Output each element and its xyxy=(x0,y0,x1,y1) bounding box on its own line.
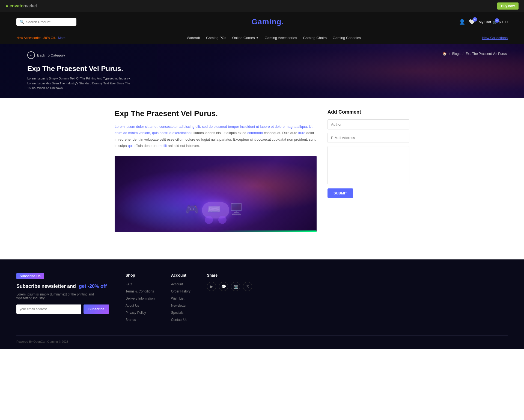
list-item: Privacy Policy xyxy=(126,310,155,315)
comment-textarea[interactable] xyxy=(327,146,409,184)
top-bar: ● envatomarket Buy now xyxy=(0,0,524,12)
site-title-text: Gaming xyxy=(251,17,281,26)
footer-link-about[interactable]: About Us xyxy=(126,304,139,307)
twitter-icon[interactable]: 𝕏 xyxy=(243,282,252,291)
footer-link-specials[interactable]: Specials xyxy=(171,311,183,315)
wishlist-badge: 0 xyxy=(473,17,477,22)
promo-text: New Accessories -30% Off. More xyxy=(16,36,66,40)
article-link3[interactable]: irure xyxy=(298,131,305,135)
footer-link-faq[interactable]: FAQ xyxy=(126,282,132,286)
article-link2[interactable]: commodo xyxy=(247,131,263,135)
youtube-icon[interactable]: ▶ xyxy=(207,282,216,291)
cart-label: My Cart xyxy=(479,20,491,24)
footer-link-order-history[interactable]: Order History xyxy=(171,289,190,293)
email-input[interactable] xyxy=(327,133,409,143)
logo: ● envatomarket xyxy=(5,3,37,9)
article-image xyxy=(115,156,317,232)
nav-link-warcraft[interactable]: Warcraft xyxy=(187,36,200,40)
nav-link-online-games[interactable]: Online Games ▼ xyxy=(232,36,259,40)
back-to-category-button[interactable]: ← Back To Category xyxy=(27,51,131,59)
site-title: Gaming. xyxy=(251,17,284,26)
search-input[interactable] xyxy=(26,20,73,24)
message-icon[interactable]: 💬 xyxy=(219,282,228,291)
list-item: FAQ xyxy=(126,282,155,286)
list-item: Contact Us xyxy=(171,317,190,322)
footer-account-title: Account xyxy=(171,273,190,277)
breadcrumb-blogs[interactable]: Blogs xyxy=(452,52,460,56)
main-area: Exp The Praesent Vel Purus. Lorem ipsum … xyxy=(0,98,524,243)
article-section: Exp The Praesent Vel Purus. Lorem ipsum … xyxy=(115,109,317,232)
nav-link-gaming-consoles[interactable]: Gaming Consoles xyxy=(333,36,361,40)
footer-link-terms[interactable]: Terms & Conditions xyxy=(126,289,154,293)
cart-icon: 🛒 0 xyxy=(493,20,497,24)
copyright-text: Powered By OpenCart Gaming © 2023 xyxy=(16,340,68,343)
newsletter-section: Subscribe Us Subscribe newsletter and ge… xyxy=(16,273,109,324)
footer-link-wish-list[interactable]: Wish List xyxy=(171,297,184,300)
list-item: Terms & Conditions xyxy=(126,289,155,293)
footer-account-list: Account Order History Wish List Newslett… xyxy=(171,282,190,322)
footer-columns: Shop FAQ Terms & Conditions Delivery Inf… xyxy=(126,273,508,324)
footer-top: Subscribe Us Subscribe newsletter and ge… xyxy=(16,273,508,324)
author-input[interactable] xyxy=(327,119,409,129)
promo-more-link[interactable]: More xyxy=(58,36,66,40)
submit-button[interactable]: SUBMIT xyxy=(327,188,353,198)
list-item: Delivery Information xyxy=(126,296,155,300)
cart-button[interactable]: My Cart 🛒 0 $0.00 xyxy=(479,20,508,24)
search-icon: 🔍 xyxy=(20,20,24,24)
hero-banner: ← Back To Category Exp The Praesent Vel … xyxy=(0,44,524,98)
nav-link-gaming-accessories[interactable]: Gaming Accessories xyxy=(265,36,297,40)
footer-col-account: Account Account Order History Wish List … xyxy=(171,273,190,324)
breadcrumb: 🏠 / Blogs / Exp The Praesent Vel Purus. xyxy=(443,52,508,56)
newsletter-title: Subscribe newsletter and get -20% off xyxy=(16,283,109,289)
footer-link-newsletter[interactable]: Newsletter xyxy=(171,304,187,307)
nav-link-gaming-pcs[interactable]: Gaming PCs xyxy=(206,36,226,40)
breadcrumb-home-icon[interactable]: 🏠 xyxy=(443,52,447,56)
newsletter-desc: Lorem Ipsum is simply dummy text of the … xyxy=(16,292,109,300)
footer-link-account[interactable]: Account xyxy=(171,282,183,286)
nav-link-gaming-chairs[interactable]: Gaming Chairs xyxy=(303,36,327,40)
wishlist-icon[interactable]: 🤍 0 xyxy=(469,19,475,25)
new-collections-link[interactable]: New Collections xyxy=(482,36,508,40)
newsletter-email-input[interactable] xyxy=(16,304,81,314)
promo-label: New Accessories -30% Off. xyxy=(16,36,56,40)
header-actions: 👤 🤍 0 My Cart 🛒 0 $0.00 xyxy=(459,19,508,25)
header: 🔍 Gaming. 👤 🤍 0 My Cart 🛒 0 $0.00 xyxy=(0,12,524,32)
nav-links: Warcraft Gaming PCs Online Games ▼ Gamin… xyxy=(187,36,361,40)
hero-title: Exp The Praesent Vel Purus. xyxy=(27,64,131,73)
footer-link-privacy[interactable]: Privacy Policy xyxy=(126,311,146,315)
footer-shop-list: FAQ Terms & Conditions Delivery Informat… xyxy=(126,282,155,322)
footer-link-brands[interactable]: Brands xyxy=(126,318,136,322)
list-item: Order History xyxy=(171,289,190,293)
list-item: Account xyxy=(171,282,190,286)
main-content: Exp The Praesent Vel Purus. Lorem ipsum … xyxy=(98,98,426,243)
article-link5[interactable]: mollit xyxy=(159,144,167,148)
buy-now-button[interactable]: Buy now xyxy=(497,2,519,10)
breadcrumb-sep1: / xyxy=(449,52,450,56)
footer-link-delivery[interactable]: Delivery Information xyxy=(126,297,155,300)
footer: Subscribe Us Subscribe newsletter and ge… xyxy=(0,259,524,349)
newsletter-form: Subscribe xyxy=(16,304,109,314)
article-body-text5: officia deserunt xyxy=(133,144,159,148)
newsletter-subscribe-button[interactable]: Subscribe xyxy=(84,304,109,314)
back-label: Back To Category xyxy=(37,53,65,57)
user-icon[interactable]: 👤 xyxy=(459,19,465,25)
hero-content: ← Back To Category Exp The Praesent Vel … xyxy=(0,51,131,91)
article-link1[interactable]: exercitation xyxy=(172,131,190,135)
instagram-icon[interactable]: 📷 xyxy=(231,282,240,291)
breadcrumb-sep2: / xyxy=(463,52,463,56)
list-item: Brands xyxy=(126,317,155,322)
navigation: New Accessories -30% Off. More Warcraft … xyxy=(0,32,524,44)
article-body-text6: anim id est laborum. xyxy=(168,144,200,148)
cart-badge: 0 xyxy=(495,18,499,23)
article-body-text3: consequat. Duis aute xyxy=(264,131,298,135)
list-item: Newsletter xyxy=(171,303,190,307)
comment-title: Add Comment xyxy=(327,109,409,115)
footer-link-contact[interactable]: Contact Us xyxy=(171,318,187,322)
comment-section: Add Comment SUBMIT xyxy=(327,109,409,232)
back-icon: ← xyxy=(27,51,35,59)
breadcrumb-current: Exp The Praesent Vel Purus. xyxy=(466,52,508,56)
article-body: Lorem ipsum dolor sit amet, consectetur … xyxy=(115,123,317,149)
article-link4[interactable]: qui xyxy=(128,144,132,148)
share-icons: ▶ 💬 📷 𝕏 xyxy=(207,282,252,291)
search-bar[interactable]: 🔍 xyxy=(16,18,76,26)
